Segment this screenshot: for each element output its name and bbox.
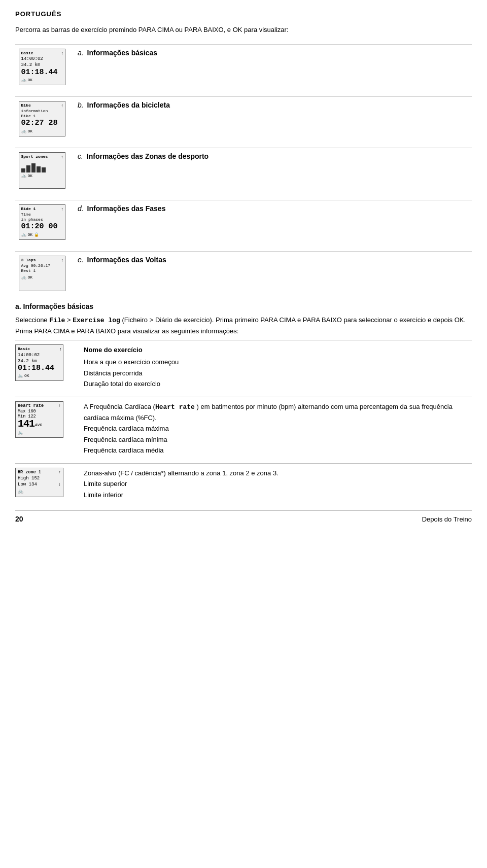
screen-d-time: 01:20 00 bbox=[21, 223, 63, 231]
label-title-e: Informações das Voltas bbox=[87, 256, 166, 264]
label-title-a: Informações básicas bbox=[87, 49, 158, 57]
arrow-icon-b: ↑ bbox=[61, 103, 63, 109]
screen-e-line1: 3 laps bbox=[21, 258, 63, 263]
hrzone-up-icon: ↑ bbox=[58, 470, 61, 475]
hrzone-title-row: HR zone 1 ↑ bbox=[18, 470, 61, 475]
arrow-icon-ex: ↑ bbox=[59, 346, 62, 353]
screen-a-bottom: 🚲 OK bbox=[21, 78, 63, 83]
label-title-b: Informações da bicicleta bbox=[87, 101, 170, 109]
ok-icon-ex: OK bbox=[24, 373, 29, 379]
section-e-device: ↑ 3 laps Avg 00:20:17 Best 1 🚲 OK bbox=[15, 256, 68, 291]
ex-screen-time: 01:18.44 bbox=[18, 364, 61, 373]
section-c-row: ↑ Sport zones 🚲 OK c. Informações das Zo… bbox=[15, 148, 472, 189]
label-title-c: Informações das Zonas de desporto bbox=[87, 152, 208, 160]
exercise-time-label: Hora a que o exercício começou bbox=[84, 357, 472, 367]
section-c-device: ↑ Sport zones 🚲 OK bbox=[15, 152, 68, 189]
section-b-label: b. Informações da bicicleta bbox=[78, 101, 472, 109]
sport-zone-bar-1 bbox=[26, 165, 30, 172]
screen-a-time: 01:18.44 bbox=[21, 68, 63, 77]
hr-up-icon: ↑ bbox=[58, 403, 61, 409]
hrzone-low-desc: Limite inferior bbox=[84, 490, 472, 500]
bike-icon-b: 🚲 bbox=[21, 129, 26, 134]
hr-big-num: 141 bbox=[18, 419, 34, 429]
hr-code: Heart rate bbox=[155, 403, 195, 411]
section-b-row: ↑ Bike information Bike 1 02:27 28 🚲 OK … bbox=[15, 96, 472, 136]
arrow-icon-d: ↑ bbox=[61, 206, 63, 213]
section-a-row: ↑ Basic 14:00:02 34.2 km 01:18.44 🚲 OK a… bbox=[15, 44, 472, 85]
footer-page-number: 20 bbox=[15, 515, 23, 523]
exercise-desc: Nome do exercício Hora a que o exercício… bbox=[76, 344, 472, 390]
hrzone-desc-line1: Zonas-alvo (FC / cadência*) alternando a… bbox=[84, 468, 472, 478]
hrzone-desc: Zonas-alvo (FC / cadência*) alternando a… bbox=[76, 468, 472, 500]
hr-zone-row: HR zone 1 ↑ High 152 Low 134 ↓ 🚲 Zonas-a… bbox=[15, 463, 472, 500]
hr-max-desc: Frequência cardíaca máxima bbox=[84, 423, 472, 434]
sport-zone-bar-2 bbox=[31, 163, 36, 172]
hrzone-screen: HR zone 1 ↑ High 152 Low 134 ↓ 🚲 bbox=[15, 468, 63, 497]
bike-icon-a: 🚲 bbox=[21, 78, 26, 83]
footer-text: Depois do Treino bbox=[422, 515, 472, 523]
ex-screen-line2: 14:00:02 bbox=[18, 352, 61, 358]
section-d-label: d. Informações das Fases bbox=[78, 204, 472, 213]
arrow-icon-e: ↑ bbox=[61, 258, 63, 264]
hrzone-bike-icon: 🚲 bbox=[18, 489, 23, 494]
bike-icon-ex: 🚲 bbox=[18, 373, 23, 379]
hr-avg-desc: Frequência cardíaca média bbox=[84, 445, 472, 456]
hr-desc-intro: A Frequência Cardíaca (Heart rate ) em b… bbox=[84, 401, 472, 424]
label-title-d: Informações das Fases bbox=[87, 204, 166, 213]
ex-screen-bottom: 🚲 OK bbox=[18, 373, 61, 379]
section-d-screen: ↑ Ride 1 Time in phases 01:20 00 🚲 OK 🔒 bbox=[19, 204, 65, 240]
ok-icon-d: OK bbox=[28, 232, 33, 238]
exercise-device: ↑ Basic 14:00:02 34.2 km 01:18.44 🚲 OK bbox=[15, 344, 76, 390]
exercise-log-code: Exercise log bbox=[73, 317, 120, 324]
screen-d-line1: Ride 1 bbox=[21, 206, 63, 212]
screen-e-line3: Best 1 bbox=[21, 268, 63, 274]
label-letter-d: d. bbox=[78, 204, 84, 213]
hr-screen: Heart rate ↑ Max 160 Min 122 141 AVG 🚲 bbox=[15, 401, 63, 438]
hrzone-low-label: Low 134 bbox=[18, 481, 37, 488]
hr-maxmin: Max 160 Min 122 bbox=[18, 409, 36, 419]
exercise-name-label: Nome do exercício bbox=[84, 344, 472, 355]
section-a-device: ↑ Basic 14:00:02 34.2 km 01:18.44 🚲 OK bbox=[15, 49, 68, 85]
arrow-icon-c: ↑ bbox=[61, 154, 63, 160]
intro-text: Percorra as barras de exercício premindo… bbox=[15, 25, 472, 35]
screen-c-title: Sport zones bbox=[21, 154, 63, 160]
screen-a-line1: Basic bbox=[21, 51, 63, 56]
basic-info-heading: a. Informações básicas bbox=[15, 302, 472, 310]
screen-e-bottom: 🚲 OK bbox=[21, 275, 63, 281]
hrzone-high-row: High 152 bbox=[18, 475, 61, 481]
arrow-icon-a: ↑ bbox=[61, 51, 63, 57]
label-letter-b: b. bbox=[78, 101, 84, 109]
sport-zone-bar-4 bbox=[42, 167, 46, 172]
hr-min-desc: Frequência cardíaca mínima bbox=[84, 434, 472, 445]
label-letter-c: c. bbox=[78, 152, 83, 160]
section-b-device: ↑ Bike information Bike 1 02:27 28 🚲 OK bbox=[15, 101, 68, 136]
hr-big-row: 141 AVG bbox=[18, 419, 61, 429]
section-b-screen: ↑ Bike information Bike 1 02:27 28 🚲 OK bbox=[19, 101, 65, 136]
screen-b-time: 02:27 28 bbox=[21, 119, 63, 128]
hrzone-high-desc: Limite superior bbox=[84, 478, 472, 489]
screen-b-line1: Bike bbox=[21, 103, 63, 109]
hrzone-down-icon: ↓ bbox=[58, 481, 61, 488]
page-title: PORTUGUÊS bbox=[15, 10, 472, 18]
section-e-row: ↑ 3 laps Avg 00:20:17 Best 1 🚲 OK e. Inf… bbox=[15, 251, 472, 291]
section-e-screen: ↑ 3 laps Avg 00:20:17 Best 1 🚲 OK bbox=[19, 256, 65, 291]
hr-max-min-row: Max 160 Min 122 bbox=[18, 409, 61, 419]
lock-icon-d: 🔒 bbox=[34, 232, 39, 238]
section-e-label: e. Informações das Voltas bbox=[78, 256, 472, 264]
ok-icon-e: OK bbox=[28, 275, 33, 281]
sport-zone-bar-0 bbox=[21, 168, 25, 172]
heart-rate-row: Heart rate ↑ Max 160 Min 122 141 AVG 🚲 bbox=[15, 397, 472, 456]
ex-screen-line3: 34.2 km bbox=[18, 358, 61, 364]
exercise-info-row: ↑ Basic 14:00:02 34.2 km 01:18.44 🚲 OK N… bbox=[15, 340, 472, 390]
section-a-label: a. Informações básicas bbox=[78, 49, 472, 57]
hr-title: Heart rate bbox=[18, 403, 44, 409]
ok-icon-c: OK bbox=[28, 173, 33, 179]
page-footer: 20 Depois do Treino bbox=[15, 510, 472, 523]
hrzone-device: HR zone 1 ↑ High 152 Low 134 ↓ 🚲 bbox=[15, 468, 76, 500]
exercise-dur-label: Duração total do exercício bbox=[84, 378, 472, 389]
bike-icon-d: 🚲 bbox=[21, 232, 26, 238]
screen-c-bottom: 🚲 OK bbox=[21, 173, 63, 179]
screen-b-bottom: 🚲 OK bbox=[21, 129, 63, 134]
hr-desc: A Frequência Cardíaca (Heart rate ) em b… bbox=[76, 401, 472, 456]
basic-info-body: Seleccione File > Exercise log (Ficheiro… bbox=[15, 315, 472, 337]
